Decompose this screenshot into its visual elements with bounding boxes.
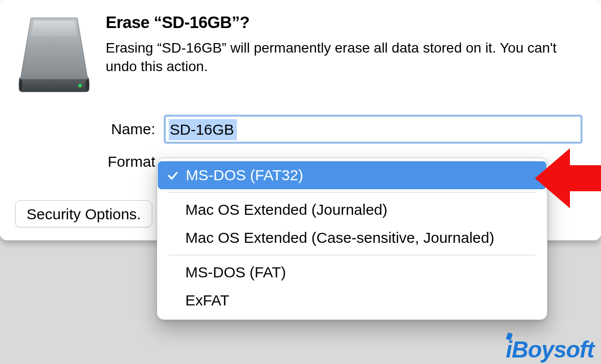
dropdown-separator (168, 255, 536, 255)
svg-marker-1 (31, 21, 77, 36)
svg-marker-6 (535, 148, 601, 208)
dropdown-separator (168, 192, 536, 193)
format-option-msdos-fat[interactable]: MS-DOS (FAT) (157, 258, 547, 286)
format-option-label: MS-DOS (FAT32) (186, 167, 303, 183)
external-drive-icon (15, 12, 93, 97)
svg-point-2 (19, 79, 22, 90)
name-input[interactable]: SD-16GB (165, 116, 581, 142)
name-row: Name: SD-16GB (15, 116, 581, 142)
dialog-header: Erase “SD-16GB”? Erasing “SD-16GB” will … (15, 12, 581, 97)
watermark: iBoysoft (506, 336, 594, 363)
watermark-text: iBoysoft (506, 336, 594, 362)
format-option-label: Mac OS Extended (Journaled) (185, 201, 388, 218)
dialog-title: Erase “SD-16GB”? (106, 13, 581, 32)
security-options-button[interactable]: Security Options. (15, 200, 152, 227)
name-label: Name: (15, 121, 165, 138)
format-option-label: ExFAT (185, 292, 229, 308)
dialog-description: Erasing “SD-16GB” will permanently erase… (106, 39, 571, 76)
format-option-label: Mac OS Extended (Case-sensitive, Journal… (185, 229, 494, 246)
security-options-label: Security Options. (27, 206, 141, 222)
svg-point-3 (85, 79, 89, 90)
format-option-exfat[interactable]: ExFAT (157, 286, 547, 314)
format-option-macos-journaled[interactable]: Mac OS Extended (Journaled) (157, 196, 547, 224)
format-label: Format (15, 153, 165, 170)
svg-rect-5 (21, 77, 87, 79)
format-option-macos-case-journaled[interactable]: Mac OS Extended (Case-sensitive, Journal… (157, 224, 547, 252)
annotation-arrow-icon (535, 148, 601, 208)
format-option-msdos-fat32[interactable]: MS-DOS (FAT32) (158, 161, 546, 189)
check-icon (167, 169, 179, 181)
format-dropdown[interactable]: MS-DOS (FAT32) Mac OS Extended (Journale… (157, 158, 547, 320)
format-option-label: MS-DOS (FAT) (185, 264, 286, 280)
name-input-value: SD-16GB (169, 119, 237, 140)
svg-point-4 (78, 84, 82, 87)
